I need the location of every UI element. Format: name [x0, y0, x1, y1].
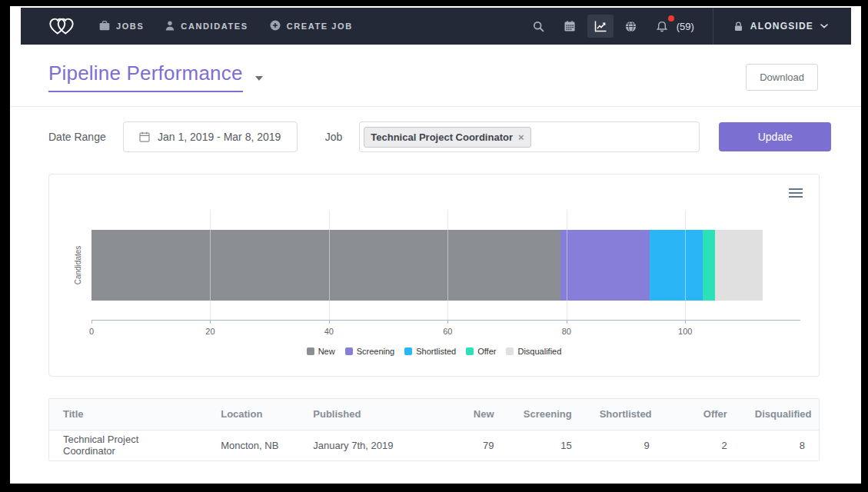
table-cell: Technical Project Coordinator	[49, 430, 207, 460]
gridline-overlay	[567, 230, 567, 301]
notification-dot	[668, 15, 674, 22]
globe-icon[interactable]	[618, 15, 644, 38]
legend-item-offer[interactable]: Offer	[466, 347, 496, 356]
column-header-title: Title	[49, 399, 207, 430]
column-header-disqualified: Disqualified	[741, 399, 819, 430]
table-cell: Moncton, NB	[207, 430, 299, 460]
notifications-bell-icon[interactable]	[649, 15, 675, 38]
account-menu[interactable]: ALONGSIDE	[713, 8, 851, 45]
column-header-shortlisted: Shortlisted	[586, 399, 663, 430]
bar-segment-offer[interactable]	[703, 230, 714, 301]
chart-legend: NewScreeningShortlistedOfferDisqualified	[49, 347, 819, 356]
legend-item-shortlisted[interactable]: Shortlisted	[404, 347, 456, 356]
plot-area: 020406080100	[91, 211, 800, 321]
x-tick-label: 80	[562, 327, 571, 336]
alongside-logo-icon[interactable]	[47, 15, 76, 38]
remove-tag-icon[interactable]: ×	[518, 132, 524, 142]
legend-label: Shortlisted	[416, 347, 456, 356]
person-icon	[165, 21, 175, 32]
table-cell: 9	[586, 430, 663, 460]
x-axis-tick	[567, 320, 567, 324]
date-range-label: Date Range	[48, 131, 106, 143]
legend-label: New	[318, 347, 335, 356]
y-axis-label: Candidates	[74, 246, 82, 285]
bar-segment-screening[interactable]	[560, 230, 650, 301]
caret-down-icon	[255, 76, 263, 81]
calendar-small-icon	[139, 131, 150, 142]
table-cell: January 7th, 2019	[299, 430, 430, 460]
stacked-bar	[91, 230, 800, 301]
legend-label: Screening	[357, 347, 395, 356]
update-button[interactable]: Update	[719, 122, 831, 151]
gridline-overlay	[685, 230, 686, 301]
table-cell: 15	[508, 430, 586, 460]
legend-swatch	[307, 347, 314, 355]
job-tag-label: Technical Project Coordinator	[371, 131, 513, 143]
nav-item-jobs[interactable]: JOBS	[99, 21, 144, 32]
plus-circle-icon	[270, 20, 281, 32]
pipeline-table: TitleLocationPublishedNewScreeningShortl…	[48, 398, 820, 461]
column-header-location: Location	[207, 399, 299, 430]
job-tag: Technical Project Coordinator ×	[364, 127, 530, 148]
page-title: Pipeline Performance	[48, 62, 243, 92]
table-body: Technical Project CoordinatorMoncton, NB…	[49, 430, 819, 460]
date-range-value: Jan 1, 2019 - Mar 8, 2019	[158, 131, 281, 143]
x-axis-tick	[210, 320, 211, 324]
gridline-overlay	[447, 230, 448, 301]
x-tick-label: 100	[678, 327, 692, 336]
page: JOBS CANDIDATES CREATE JOB	[10, 6, 861, 484]
x-tick-label: 60	[443, 327, 452, 336]
calendar-icon[interactable]	[557, 15, 583, 38]
x-axis-tick	[91, 320, 92, 324]
reports-chart-icon[interactable]	[587, 15, 614, 38]
briefcase-icon	[99, 21, 110, 32]
legend-swatch	[506, 347, 514, 355]
column-header-published: Published	[299, 399, 430, 430]
x-axis-tick	[329, 320, 330, 324]
chevron-down-icon	[820, 24, 828, 28]
top-navbar: JOBS CANDIDATES CREATE JOB	[21, 8, 851, 45]
gridline-overlay	[329, 230, 330, 301]
lock-icon	[733, 22, 743, 32]
legend-item-screening[interactable]: Screening	[345, 347, 395, 356]
page-header: Pipeline Performance Download	[10, 45, 861, 106]
nav-item-label: CREATE JOB	[287, 22, 353, 31]
x-axis-tick	[685, 320, 686, 324]
download-button[interactable]: Download	[746, 64, 818, 91]
table-row: Technical Project CoordinatorMoncton, NB…	[49, 430, 819, 460]
pipeline-chart-card: Candidates 020406080100 NewScreeningShor…	[48, 174, 820, 377]
nav-item-label: CANDIDATES	[181, 22, 248, 31]
job-select-input[interactable]: Technical Project Coordinator ×	[359, 121, 700, 152]
table-cell: 2	[663, 430, 741, 460]
report-selector[interactable]: Pipeline Performance	[48, 62, 263, 92]
legend-swatch	[404, 347, 412, 355]
legend-label: Disqualified	[517, 347, 561, 356]
account-label: ALONGSIDE	[750, 21, 813, 32]
bar-segment-shortlisted[interactable]	[650, 230, 703, 301]
filter-bar: Date Range Jan 1, 2019 - Mar 8, 2019 Job…	[10, 107, 861, 152]
table-cell: 79	[430, 430, 507, 460]
table-cell: 8	[741, 430, 819, 460]
table-header-row: TitleLocationPublishedNewScreeningShortl…	[49, 399, 819, 430]
x-axis-tick	[447, 320, 448, 324]
nav-item-create-job[interactable]: CREATE JOB	[270, 20, 353, 32]
legend-swatch	[466, 347, 474, 355]
column-header-screening: Screening	[508, 399, 586, 430]
legend-label: Offer	[477, 347, 496, 356]
notification-count[interactable]: (59)	[677, 21, 694, 32]
legend-swatch	[345, 347, 353, 355]
legend-item-new[interactable]: New	[307, 347, 335, 356]
search-icon[interactable]	[526, 15, 552, 38]
chart-menu-icon[interactable]	[789, 188, 803, 200]
x-tick-label: 20	[205, 327, 215, 336]
bar-segment-disqualified[interactable]	[715, 230, 763, 301]
date-range-input[interactable]: Jan 1, 2019 - Mar 8, 2019	[123, 121, 298, 152]
bar-segment-new[interactable]	[91, 230, 560, 301]
gridline-overlay	[210, 230, 211, 301]
job-label: Job	[325, 131, 343, 143]
legend-item-disqualified[interactable]: Disqualified	[506, 347, 561, 356]
x-tick-label: 40	[324, 327, 334, 336]
x-tick-label: 0	[89, 327, 94, 336]
column-header-offer: Offer	[663, 399, 741, 430]
nav-item-candidates[interactable]: CANDIDATES	[165, 21, 248, 32]
